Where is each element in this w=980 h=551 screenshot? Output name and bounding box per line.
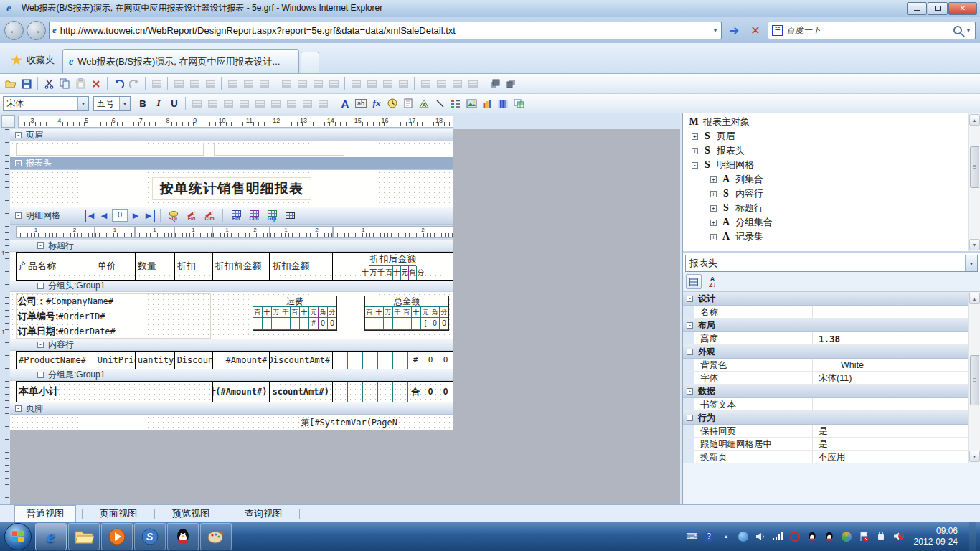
field-cell[interactable]: #Amount#: [213, 352, 270, 369]
space-h-remove-button[interactable]: [395, 76, 411, 92]
header-cell[interactable]: 产品名称: [17, 253, 95, 280]
align-top-button[interactable]: [225, 76, 240, 92]
space-v-increase-button[interactable]: [433, 76, 449, 92]
qq-tray-icon-2[interactable]: [824, 531, 836, 542]
align-text-ml-button[interactable]: [236, 95, 252, 111]
align-left-button[interactable]: [171, 76, 187, 92]
align-center-button[interactable]: [187, 76, 202, 92]
space-horizontal-button[interactable]: [348, 76, 364, 92]
font-size-select[interactable]: 五号 ▼: [93, 96, 131, 111]
design-canvas[interactable]: 3456789101112131415161718 1 1 - 页眉 -: [0, 113, 680, 504]
collapse-icon[interactable]: -: [37, 372, 44, 378]
tree-node[interactable]: + A 记录集: [683, 230, 980, 244]
sql-edit-button[interactable]: SQL: [166, 211, 182, 221]
network-signal-icon[interactable]: [772, 531, 784, 542]
space-v-decrease-button[interactable]: [449, 76, 465, 92]
tab-page-view[interactable]: 页面视图: [88, 506, 149, 522]
font-family-select[interactable]: 宋体 ▼: [3, 96, 89, 111]
field-edit-button[interactable]: Fld: [184, 211, 199, 221]
object-select[interactable]: 报表头 ▼: [685, 255, 978, 272]
field-cell[interactable]: UnitPrice#: [95, 352, 136, 369]
address-bar[interactable]: e http://www.tuowei.cn/WebReport/DesignR…: [49, 22, 722, 39]
header-cell-split[interactable]: 折扣后金额 十万千百十元角分: [333, 253, 453, 280]
field-cell[interactable]: DiscountAmt#: [270, 352, 333, 369]
taskbar-clock[interactable]: 09:06 2012-09-24: [914, 526, 958, 547]
band-page-footer[interactable]: - 页脚: [10, 402, 453, 415]
property-category[interactable]: - 外观: [683, 345, 980, 359]
tree-node[interactable]: - S 明细网格: [683, 158, 980, 172]
expand-icon[interactable]: +: [710, 191, 717, 197]
expand-icon[interactable]: +: [710, 234, 717, 240]
insert-pagenum-button[interactable]: [400, 95, 416, 111]
taskbar-sogou-button[interactable]: S: [134, 523, 166, 550]
property-category[interactable]: - 设计: [683, 292, 980, 306]
search-dropdown-icon[interactable]: ▼: [966, 27, 971, 34]
header-cell[interactable]: 折扣前金额: [213, 253, 270, 280]
app-badge-icon[interactable]: [789, 531, 801, 542]
search-text[interactable]: 百度一下: [786, 24, 950, 37]
tree-scrollbar[interactable]: ▲ ▼: [968, 113, 980, 251]
nav-record-value[interactable]: 0: [112, 209, 128, 222]
property-category[interactable]: - 行为: [683, 411, 980, 425]
nav-prev-button[interactable]: ◀: [98, 210, 110, 222]
freight-box[interactable]: 运费 百十万千百十元角分 #00: [253, 296, 337, 331]
nav-next-button[interactable]: ▶: [130, 210, 141, 222]
insert-line-button[interactable]: [432, 95, 448, 111]
insert-chart-button[interactable]: [479, 95, 495, 111]
align-text-mr-button[interactable]: [268, 95, 283, 111]
insert-subreport-button[interactable]: [511, 95, 527, 111]
total-amount-box[interactable]: 总金额 百十万千百十元角分 [00: [364, 296, 449, 331]
show-hidden-icons[interactable]: ▴: [720, 531, 732, 542]
column-edit-button[interactable]: Clm: [202, 211, 217, 221]
property-row[interactable]: 换新页不应用: [683, 451, 980, 463]
property-row[interactable]: 书签文本: [683, 398, 980, 411]
page-header-cell[interactable]: [16, 143, 204, 156]
grid-settings-button[interactable]: [282, 212, 298, 219]
property-category[interactable]: - 数据: [683, 385, 980, 398]
insert-shape-button[interactable]: A: [416, 95, 432, 111]
space-v-remove-button[interactable]: [465, 76, 481, 92]
band-group-footer[interactable]: - 分组尾:Group1: [10, 369, 453, 381]
property-row[interactable]: 名称: [683, 306, 980, 319]
send-to-back-button[interactable]: [503, 76, 519, 92]
page-header-area[interactable]: [10, 141, 453, 157]
align-text-tc-button[interactable]: [204, 95, 220, 111]
categorized-view-button[interactable]: [686, 274, 702, 289]
expand-icon[interactable]: -: [692, 162, 698, 169]
cut-button[interactable]: [41, 76, 57, 92]
alphabetical-sort-button[interactable]: AZ↓: [705, 274, 720, 289]
url-text[interactable]: http://www.tuowei.cn/WebReport/DesignRep…: [60, 25, 709, 36]
scroll-up-icon[interactable]: ▲: [969, 293, 980, 304]
order-id-row[interactable]: 订单编号: #OrderID#: [16, 309, 211, 324]
search-icon[interactable]: [953, 26, 962, 34]
font-family-dropdown-icon[interactable]: ▼: [77, 97, 88, 110]
property-row[interactable]: 保持同页是: [683, 425, 980, 438]
taskbar-qq-button[interactable]: [167, 523, 199, 550]
header-cell[interactable]: 数量: [136, 253, 175, 280]
digit-values[interactable]: [00: [365, 318, 448, 330]
search-box[interactable]: ☵ 百度一下 ▼: [768, 22, 976, 39]
start-button[interactable]: [4, 523, 32, 550]
expand-icon[interactable]: +: [692, 148, 698, 154]
tree-node[interactable]: + A 列集合: [683, 172, 980, 187]
align-text-tr-button[interactable]: [220, 95, 236, 111]
discount-sum-cell[interactable]: scountAmt#): [270, 382, 333, 402]
back-button[interactable]: ←: [4, 21, 24, 40]
tree-node[interactable]: + S 内容行: [683, 187, 980, 201]
align-text-tl-button[interactable]: [189, 95, 204, 111]
field-cell[interactable]: Discount#: [175, 352, 213, 369]
new-tab-button[interactable]: [301, 52, 319, 73]
stop-button[interactable]: ✕: [746, 22, 765, 39]
nav-last-button[interactable]: ▶: [143, 210, 155, 222]
column-list-button[interactable]: Clm: [246, 210, 262, 221]
insert-time-button[interactable]: [385, 95, 400, 111]
bold-button[interactable]: B: [135, 95, 151, 111]
collapse-icon[interactable]: -: [37, 342, 44, 348]
size-same-height-button[interactable]: [294, 76, 310, 92]
size-same-both-button[interactable]: [310, 76, 326, 92]
italic-button[interactable]: I: [151, 95, 166, 111]
keyboard-icon[interactable]: ⌨: [686, 531, 698, 542]
collapse-icon[interactable]: -: [15, 405, 22, 412]
tree-node[interactable]: + S 页眉: [683, 129, 980, 143]
band-page-header[interactable]: - 页眉: [10, 129, 453, 141]
